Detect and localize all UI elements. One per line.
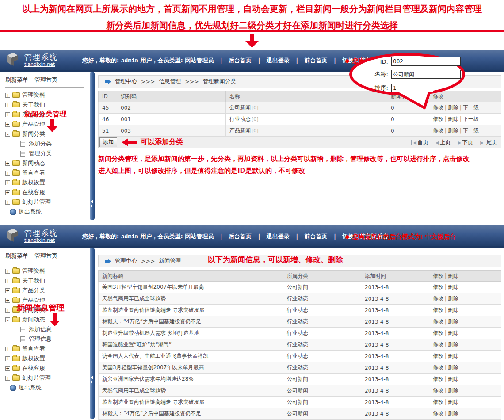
sidebar-item-slideshow[interactable]: +幻灯片管理 — [0, 197, 89, 207]
delete-link[interactable]: 删除 — [448, 399, 458, 405]
link-backend-home[interactable]: 后台首页 — [229, 57, 252, 64]
add-category-button[interactable]: 添加 — [99, 137, 117, 147]
edit-link[interactable]: 修改 — [433, 318, 443, 325]
sidebar-item-copyright[interactable]: +版权设置 — [0, 178, 89, 187]
expand-icon[interactable]: + — [5, 298, 10, 303]
sidebar-item-news[interactable]: -新闻动态 — [0, 315, 89, 325]
sidebar-subitem-manage-info[interactable]: 管理信息 — [0, 334, 89, 344]
expand-icon[interactable]: + — [5, 366, 10, 371]
edit-link[interactable]: 修改 — [433, 364, 443, 370]
expand-icon[interactable]: + — [5, 279, 10, 283]
edit-link[interactable]: 修改 — [433, 295, 443, 302]
expand-icon[interactable]: + — [5, 122, 10, 127]
delete-link[interactable]: 删除 — [448, 307, 458, 313]
expand-icon[interactable]: + — [5, 376, 10, 381]
expand-icon[interactable]: + — [5, 103, 10, 107]
sidebar-splitter[interactable] — [90, 72, 95, 220]
pagination-prev[interactable]: ◀上页 — [435, 139, 451, 146]
breadcrumb-admin-center[interactable]: 管理中心 — [115, 78, 137, 85]
expand-icon[interactable]: + — [5, 93, 10, 98]
sidebar-item-online-service[interactable]: +在线客服 — [0, 363, 89, 373]
breadcrumb-manage-news-categories[interactable]: 管理新闻分类 — [203, 78, 236, 85]
edit-link[interactable]: 修改 — [433, 387, 443, 393]
sidebar-item-messages[interactable]: +留言查看 — [0, 168, 89, 178]
pagination-first[interactable]: ◀首页 — [411, 139, 428, 146]
sidebar-subitem-add-info[interactable]: 添加信息 — [0, 325, 89, 334]
sidebar-item-copyright[interactable]: +版权设置 — [0, 354, 89, 363]
sidebar-item-manage-data[interactable]: +管理资料 — [0, 266, 89, 276]
sidebar-item-online-service[interactable]: +在线客服 — [0, 187, 89, 197]
delete-link[interactable]: 删除 — [448, 410, 458, 416]
link-logout[interactable]: 退出登录 — [267, 233, 290, 240]
sidebar-item-product-categories[interactable]: +产品分类 — [0, 110, 89, 119]
next-level-link[interactable]: 下一级 — [463, 127, 479, 134]
collapse-arrows-icon[interactable] — [91, 376, 93, 384]
sidebar-item-about-us[interactable]: +关于我们 — [0, 276, 89, 286]
delete-link[interactable]: 删除 — [448, 284, 458, 290]
breadcrumb-info-manage[interactable]: 信息管理 — [159, 78, 181, 85]
breadcrumb-news-manage[interactable]: 新闻管理 — [159, 257, 181, 265]
delete-link[interactable]: 删除 — [448, 387, 458, 393]
sidebar-item-product-categories[interactable]: +产品分类 — [0, 286, 89, 295]
sidebar-item-about-us[interactable]: +关于我们 — [0, 100, 89, 110]
edit-link[interactable]: 修改 — [433, 410, 443, 416]
edit-link[interactable]: 修改 — [433, 353, 443, 359]
sidebar-item-messages[interactable]: +留言查看 — [0, 344, 89, 354]
id-field[interactable] — [391, 57, 461, 66]
collapse-icon[interactable]: - — [5, 317, 10, 322]
expand-icon[interactable]: + — [5, 356, 10, 361]
edit-link[interactable]: 修改 — [433, 307, 443, 313]
sidebar-item-product-manage[interactable]: +产品管理 — [0, 119, 89, 129]
link-frontend-home[interactable]: 前台首页 — [305, 57, 328, 64]
edit-link[interactable]: 修改 — [433, 284, 443, 290]
expand-icon[interactable]: + — [5, 180, 10, 185]
edit-link[interactable]: 修改 — [433, 330, 443, 336]
refresh-menu-link[interactable]: 刷新菜单 — [5, 252, 28, 259]
expand-icon[interactable]: + — [5, 347, 10, 351]
name-field[interactable] — [391, 70, 461, 79]
sidebar-item-exit[interactable]: 退出系统 — [0, 207, 89, 217]
delete-link[interactable]: 删除 — [448, 341, 458, 347]
next-level-link[interactable]: 下一级 — [463, 116, 479, 122]
delete-link[interactable]: 删除 — [448, 116, 458, 122]
delete-link[interactable]: 删除 — [448, 376, 458, 382]
admin-home-link[interactable]: 管理首页 — [34, 252, 57, 259]
expand-icon[interactable]: + — [5, 161, 10, 166]
delete-link[interactable]: 删除 — [448, 318, 458, 325]
expand-icon[interactable]: + — [5, 269, 10, 274]
sidebar-subitem-manage-category[interactable]: 管理分类 — [0, 149, 89, 158]
sidebar-item-product-manage[interactable]: +产品管理 — [0, 295, 89, 305]
pagination-next[interactable]: ▶下页 — [458, 139, 473, 146]
sidebar-item-manage-data[interactable]: +管理资料 — [0, 90, 89, 100]
delete-link[interactable]: 删除 — [448, 364, 458, 370]
sidebar-item-news[interactable]: +新闻动态 — [0, 158, 89, 168]
expand-icon[interactable]: + — [5, 112, 10, 117]
expand-icon[interactable]: + — [5, 171, 10, 176]
edit-link[interactable]: 修改 — [433, 127, 443, 134]
breadcrumb-admin-center[interactable]: 管理中心 — [115, 257, 137, 265]
edit-link[interactable]: 修改 — [433, 341, 443, 347]
sidebar-subitem-add-category[interactable]: 添加分类 — [0, 139, 89, 149]
delete-link[interactable]: 删除 — [448, 295, 458, 302]
delete-link[interactable]: 删除 — [448, 353, 458, 359]
collapse-icon[interactable]: - — [5, 132, 10, 137]
edit-link[interactable]: 修改 — [433, 376, 443, 382]
sort-field[interactable] — [391, 84, 433, 92]
collapse-arrows-icon[interactable] — [91, 200, 93, 208]
delete-link[interactable]: 删除 — [448, 330, 458, 336]
link-logout[interactable]: 退出登录 — [267, 57, 290, 64]
link-backend-home[interactable]: 后台首页 — [229, 233, 252, 240]
sidebar-item-news-categories[interactable]: -新闻分类 — [0, 129, 89, 139]
link-frontend-home[interactable]: 前台首页 — [305, 233, 328, 240]
pagination-last[interactable]: ▶尾页 — [480, 139, 497, 146]
sidebar-item-news-categories[interactable]: +新闻分类 — [0, 305, 89, 315]
refresh-menu-link[interactable]: 刷新菜单 — [5, 76, 28, 83]
expand-icon[interactable]: + — [5, 200, 10, 205]
expand-icon[interactable]: + — [5, 288, 10, 293]
sidebar-item-exit[interactable]: 退出系统 — [0, 383, 89, 393]
sidebar-splitter[interactable] — [90, 248, 95, 419]
admin-home-link[interactable]: 管理首页 — [34, 76, 57, 83]
expand-icon[interactable]: + — [5, 190, 10, 195]
sidebar-item-slideshow[interactable]: +幻灯片管理 — [0, 373, 89, 383]
edit-link[interactable]: 修改 — [433, 116, 443, 122]
